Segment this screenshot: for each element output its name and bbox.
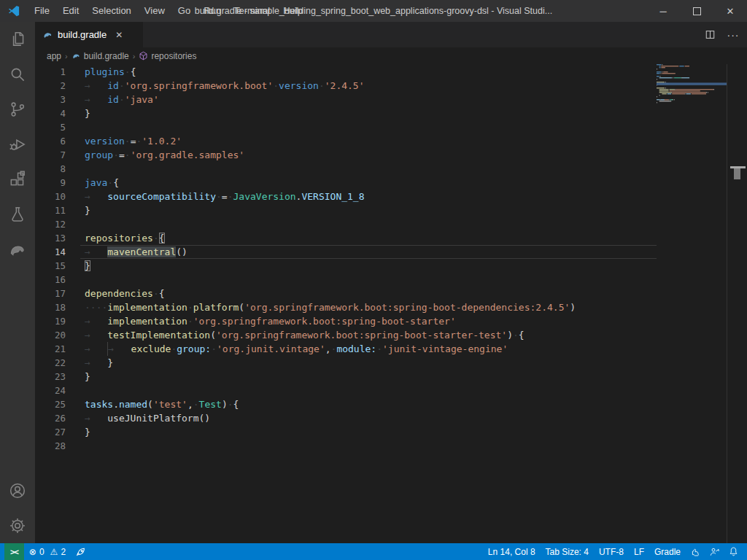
code-line[interactable]: →implementation·'org.springframework.boo… bbox=[80, 314, 657, 328]
editor-content[interactable]: plugins·{→id·'org.springframework.boot'·… bbox=[80, 65, 657, 453]
feedback-button[interactable] bbox=[705, 543, 724, 560]
sidebar-item-testing[interactable] bbox=[0, 197, 35, 232]
code-line[interactable]: →mavenCentral() bbox=[80, 245, 657, 259]
vscode-logo-icon[interactable] bbox=[0, 0, 28, 22]
code-line[interactable]: group·=·'org.gradle.samples' bbox=[80, 148, 657, 162]
line-number[interactable]: 6 bbox=[35, 134, 80, 148]
code-line[interactable] bbox=[80, 273, 657, 287]
menu-edit[interactable]: Edit bbox=[56, 0, 85, 22]
maximize-button[interactable] bbox=[680, 0, 713, 22]
menu-go[interactable]: Go bbox=[171, 0, 197, 22]
code-line[interactable]: →} bbox=[80, 356, 657, 370]
line-number[interactable]: 22 bbox=[35, 356, 80, 370]
code-token: '1.0.2' bbox=[142, 136, 182, 147]
code-line[interactable]: →testImplementation('org.springframework… bbox=[80, 328, 657, 342]
menu-file[interactable]: File bbox=[28, 0, 56, 22]
line-number[interactable]: 11 bbox=[35, 203, 80, 217]
sidebar-item-explorer[interactable] bbox=[0, 22, 35, 57]
line-number[interactable]: 4 bbox=[35, 106, 80, 120]
line-number[interactable]: 2 bbox=[35, 79, 80, 93]
sidebar-item-source-control[interactable] bbox=[0, 92, 35, 127]
sidebar-item-search[interactable] bbox=[0, 57, 35, 92]
line-number[interactable]: 3 bbox=[35, 93, 80, 106]
line-number[interactable]: 14 bbox=[35, 245, 80, 259]
minimize-button[interactable]: ─ bbox=[646, 0, 680, 22]
code-line[interactable]: } bbox=[80, 425, 657, 439]
split-editor-button[interactable] bbox=[702, 27, 718, 43]
accounts-button[interactable] bbox=[0, 473, 35, 508]
code-line[interactable]: dependencies·{ bbox=[80, 287, 657, 300]
code-line[interactable]: repositories·{ bbox=[80, 231, 657, 245]
status-encoding[interactable]: UTF-8 bbox=[594, 543, 629, 560]
status-cursor-position[interactable]: Ln 14, Col 8 bbox=[483, 543, 541, 560]
line-number[interactable]: 28 bbox=[35, 439, 80, 453]
status-eol[interactable]: LF bbox=[629, 543, 649, 560]
line-number[interactable]: 13 bbox=[35, 231, 80, 245]
line-number[interactable]: 23 bbox=[35, 370, 80, 384]
line-number[interactable]: 7 bbox=[35, 148, 80, 162]
line-number[interactable]: 8 bbox=[35, 162, 80, 176]
scrollbar-overview-ruler[interactable] bbox=[727, 64, 747, 543]
code-line[interactable]: →→exclude·group:·'org.junit.vintage',·mo… bbox=[80, 342, 657, 356]
code-line[interactable] bbox=[80, 384, 657, 397]
menu-view[interactable]: View bbox=[138, 0, 171, 22]
line-number[interactable]: 17 bbox=[35, 287, 80, 300]
java-status[interactable] bbox=[71, 543, 91, 560]
notifications-button[interactable] bbox=[724, 543, 743, 560]
status-language-mode[interactable]: Gradle bbox=[649, 543, 686, 560]
code-token: 'org.gradle.samples' bbox=[131, 149, 245, 160]
line-number[interactable]: 12 bbox=[35, 217, 80, 231]
line-number[interactable]: 25 bbox=[35, 397, 80, 411]
line-number[interactable]: 15 bbox=[35, 259, 80, 273]
code-line[interactable]: } bbox=[80, 203, 657, 217]
code-line[interactable] bbox=[80, 120, 657, 134]
line-number[interactable]: 24 bbox=[35, 384, 80, 397]
code-line[interactable]: java·{ bbox=[80, 176, 657, 190]
breadcrumb-item-app[interactable]: app bbox=[47, 51, 61, 61]
line-number[interactable]: 16 bbox=[35, 273, 80, 287]
tab-build-gradle[interactable]: build.gradle ✕ bbox=[35, 22, 143, 47]
code-line[interactable]: version·=·'1.0.2' bbox=[80, 134, 657, 148]
minimap[interactable] bbox=[657, 64, 727, 543]
line-number[interactable]: 1 bbox=[35, 65, 80, 79]
line-number[interactable]: 9 bbox=[35, 176, 80, 190]
code-line[interactable]: tasks.named('test',·Test)·{ bbox=[80, 397, 657, 411]
code-line[interactable]: →id·'java' bbox=[80, 93, 657, 106]
code-line[interactable]: →id·'org.springframework.boot'·version·'… bbox=[80, 79, 657, 93]
sidebar-item-run-and-debug[interactable] bbox=[0, 127, 35, 162]
problems-status[interactable]: ⊗ 0 ⚠ 2 bbox=[24, 543, 71, 560]
gradle-status-button[interactable] bbox=[686, 543, 705, 560]
line-number[interactable]: 19 bbox=[35, 314, 80, 328]
settings-button[interactable] bbox=[0, 508, 35, 543]
status-tab-size[interactable]: Tab Size: 4 bbox=[541, 543, 594, 560]
line-number[interactable]: 20 bbox=[35, 328, 80, 342]
code-line[interactable]: } bbox=[80, 106, 657, 120]
code-line[interactable]: } bbox=[80, 370, 657, 384]
code-token: · bbox=[119, 94, 125, 105]
close-button[interactable]: ✕ bbox=[713, 0, 747, 22]
sidebar-item-extensions[interactable] bbox=[0, 162, 35, 197]
line-number[interactable]: 27 bbox=[35, 425, 80, 439]
remote-indicator[interactable]: >< bbox=[4, 543, 24, 560]
code-line[interactable] bbox=[80, 217, 657, 231]
code-line[interactable]: plugins·{ bbox=[80, 65, 657, 79]
breadcrumb-item-repositories[interactable]: repositories bbox=[139, 51, 196, 61]
menu-selection[interactable]: Selection bbox=[85, 0, 137, 22]
code-line[interactable] bbox=[80, 439, 657, 453]
sidebar-item-gradle[interactable] bbox=[0, 232, 35, 267]
code-line[interactable]: } bbox=[80, 259, 657, 273]
code-line[interactable] bbox=[80, 162, 657, 176]
tab-close-icon[interactable]: ✕ bbox=[112, 28, 125, 42]
line-number[interactable]: 5 bbox=[35, 120, 80, 134]
line-number[interactable]: 10 bbox=[35, 190, 80, 203]
code-token: mavenCentral bbox=[107, 246, 176, 257]
code-editor[interactable]: 1234567891011121314151617181920212223242… bbox=[35, 64, 747, 543]
line-number[interactable]: 18 bbox=[35, 300, 80, 314]
breadcrumb-item-build-gradle[interactable]: build.gradle bbox=[71, 51, 129, 61]
code-line[interactable]: ····implementation·platform('org.springf… bbox=[80, 300, 657, 314]
line-number[interactable]: 26 bbox=[35, 411, 80, 425]
code-line[interactable]: →useJUnitPlatform() bbox=[80, 411, 657, 425]
more-actions-button[interactable]: ··· bbox=[725, 27, 741, 43]
code-line[interactable]: →sourceCompatibility·=·JavaVersion.VERSI… bbox=[80, 190, 657, 203]
line-number[interactable]: 21 bbox=[35, 342, 80, 356]
